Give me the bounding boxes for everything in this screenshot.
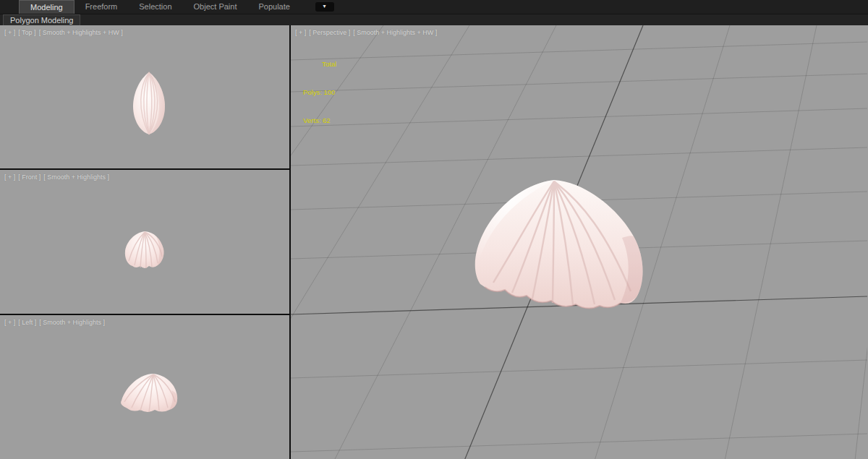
- viewport-general-menu[interactable]: [ + ]: [295, 29, 306, 36]
- viewport-perspective[interactable]: [ + ] [ Perspective ] [ Smooth + Highlig…: [291, 25, 868, 459]
- viewport-front[interactable]: [ + ] [ Front ] [ Smooth + Highlights ]: [0, 170, 289, 314]
- viewport-pov-menu[interactable]: [ Front ]: [18, 173, 41, 181]
- ribbon-tab-selection[interactable]: Selection: [128, 0, 182, 14]
- viewport-front-label: [ + ] [ Front ] [ Smooth + Highlights ]: [4, 173, 109, 181]
- viewport-general-menu[interactable]: [ + ]: [4, 29, 15, 36]
- ribbon-subbar: Polygon Modeling: [0, 14, 868, 25]
- viewport-pov-menu[interactable]: [ Top ]: [18, 29, 35, 36]
- ribbon-bar: Modeling Freeform Selection Object Paint…: [0, 0, 868, 14]
- shell-model-front-view[interactable]: [122, 229, 168, 271]
- viewport-pov-menu[interactable]: [ Perspective ]: [309, 29, 350, 36]
- ribbon-tab-object-paint[interactable]: Object Paint: [183, 0, 248, 14]
- ribbon-tab-modeling[interactable]: Modeling: [19, 0, 75, 14]
- viewport-left[interactable]: [ + ] [ Left ] [ Smooth + Highlights ]: [0, 315, 289, 459]
- shell-model-perspective[interactable]: [451, 176, 661, 317]
- viewport-left-label: [ + ] [ Left ] [ Smooth + Highlights ]: [4, 319, 105, 326]
- viewport-statistics: Total Polys: 100 Verts: 62: [303, 40, 336, 144]
- viewport-top-label: [ + ] [ Top ] [ Smooth + Highlights + HW…: [4, 29, 123, 36]
- ribbon-tab-freeform[interactable]: Freeform: [75, 0, 129, 14]
- stats-total-label: Total: [303, 59, 336, 69]
- left-viewport-column: [ + ] [ Top ] [ Smooth + Highlights + HW…: [0, 25, 289, 459]
- viewport-general-menu[interactable]: [ + ]: [4, 173, 15, 181]
- viewport-shading-menu[interactable]: [ Smooth + Highlights + HW ]: [353, 29, 437, 36]
- viewport-top[interactable]: [ + ] [ Top ] [ Smooth + Highlights + HW…: [0, 25, 289, 168]
- stats-verts: Verts: 62: [303, 116, 336, 125]
- shell-model-left-view[interactable]: [114, 370, 181, 415]
- stats-polys: Polys: 100: [303, 87, 336, 97]
- ribbon-minimize-toggle-icon[interactable]: ▾: [315, 2, 334, 12]
- ribbon-subtab-polygon-modeling[interactable]: Polygon Modeling: [3, 14, 80, 25]
- viewport-general-menu[interactable]: [ + ]: [4, 319, 15, 326]
- viewport-shading-menu[interactable]: [ Smooth + Highlights + HW ]: [39, 29, 123, 36]
- ribbon-tab-populate[interactable]: Populate: [247, 0, 300, 14]
- viewport-pov-menu[interactable]: [ Left ]: [18, 319, 36, 326]
- viewport-area: [ + ] [ Top ] [ Smooth + Highlights + HW…: [0, 25, 868, 459]
- viewport-shading-menu[interactable]: [ Smooth + Highlights ]: [39, 319, 105, 326]
- shell-model-top-view[interactable]: [129, 70, 169, 137]
- viewport-shading-menu[interactable]: [ Smooth + Highlights ]: [43, 173, 109, 181]
- viewport-perspective-label: [ + ] [ Perspective ] [ Smooth + Highlig…: [295, 29, 437, 36]
